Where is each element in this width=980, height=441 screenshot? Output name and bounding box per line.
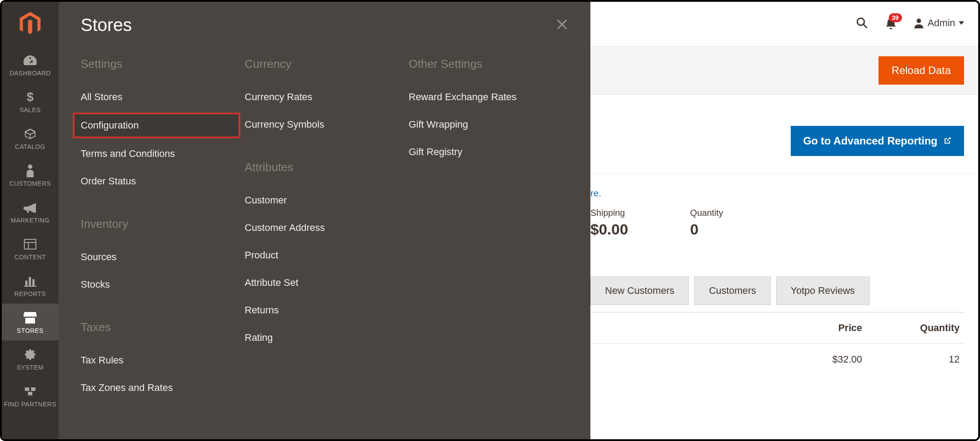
flyout-heading-inventory: Inventory	[81, 217, 240, 231]
cell-price: $32.00	[809, 354, 862, 365]
flyout-link-currency-rates[interactable]: Currency Rates	[237, 85, 404, 109]
flyout-link-order-status[interactable]: Order Status	[73, 169, 240, 193]
sidebar-item-dashboard[interactable]: DASHBOARD	[2, 46, 59, 83]
sidebar-item-content[interactable]: CONTENT	[2, 230, 59, 267]
storefront-icon	[2, 311, 59, 325]
metric-shipping: Shipping $0.00	[590, 208, 628, 238]
go-to-advanced-reporting-button[interactable]: Go to Advanced Reporting	[791, 126, 964, 156]
data-table: Price Quantity $32.00 12	[590, 312, 964, 375]
flyout-link-gift-wrapping[interactable]: Gift Wrapping	[401, 113, 568, 137]
sidebar-label: CUSTOMERS	[9, 180, 51, 187]
sidebar-item-find-partners[interactable]: FIND PARTNERS	[2, 377, 59, 414]
magento-logo[interactable]	[2, 2, 59, 46]
metric-value: $0.00	[590, 221, 628, 238]
flyout-link-attr-set[interactable]: Attribute Set	[237, 271, 404, 295]
metric-quantity: Quantity 0	[690, 208, 723, 238]
svg-point-14	[917, 19, 921, 23]
flyout-heading-other: Other Settings	[409, 57, 568, 71]
svg-rect-5	[25, 281, 27, 286]
sidebar-label: CATALOG	[15, 143, 45, 150]
svg-point-12	[857, 18, 864, 25]
admin-label: Admin	[928, 17, 955, 29]
sidebar-item-reports[interactable]: REPORTS	[2, 267, 59, 304]
flyout-link-tax-rules[interactable]: Tax Rules	[73, 348, 240, 372]
sidebar-item-system[interactable]: SYSTEM	[2, 340, 59, 377]
sidebar-item-customers[interactable]: CUSTOMERS	[2, 156, 59, 193]
flyout-title: Stores	[81, 15, 132, 35]
flyout-link-stocks[interactable]: Stocks	[73, 273, 240, 297]
adv-reporting-button-label: Go to Advanced Reporting	[803, 135, 937, 147]
magento-logo-icon	[20, 12, 41, 36]
svg-rect-9	[25, 387, 29, 391]
flyout-link-attr-returns[interactable]: Returns	[237, 298, 404, 322]
gear-icon	[2, 347, 59, 362]
admin-account-dropdown[interactable]: Admin	[914, 17, 964, 29]
search-button[interactable]	[856, 17, 868, 29]
sidebar-item-sales[interactable]: $ SALES	[2, 83, 59, 120]
sidebar-label: FIND PARTNERS	[4, 401, 56, 408]
flyout-link-attr-rating[interactable]: Rating	[237, 326, 404, 350]
col-quantity: Quantity	[906, 322, 960, 334]
sidebar-label: SYSTEM	[17, 364, 44, 371]
svg-rect-6	[29, 277, 31, 286]
reload-data-button[interactable]: Reload Data	[878, 56, 964, 85]
dashboard-tabs: New Customers Customers Yotpo Reviews	[590, 277, 870, 305]
tab-customers[interactable]: Customers	[694, 277, 770, 305]
sidebar-item-stores[interactable]: STORES	[2, 304, 59, 340]
tab-new-customers[interactable]: New Customers	[590, 277, 689, 305]
tab-yotpo-reviews[interactable]: Yotpo Reviews	[776, 277, 870, 305]
flyout-heading-taxes: Taxes	[81, 320, 240, 334]
svg-line-13	[863, 24, 867, 28]
metric-label: Shipping	[590, 208, 628, 218]
flyout-heading-currency: Currency	[245, 57, 404, 71]
notifications-button[interactable]: 39	[885, 17, 897, 29]
flyout-link-attr-product[interactable]: Product	[237, 243, 404, 267]
sidebar-label: SALES	[20, 106, 41, 113]
table-header: Price Quantity	[590, 312, 964, 344]
svg-rect-7	[32, 279, 35, 286]
flyout-link-sources[interactable]: Sources	[73, 245, 240, 269]
flyout-link-gift-registry[interactable]: Gift Registry	[401, 140, 568, 164]
blocks-icon	[2, 384, 59, 398]
user-icon	[914, 18, 924, 28]
svg-point-1	[28, 164, 32, 169]
sidebar-label: CONTENT	[14, 254, 46, 261]
topbar: 39 Admin	[856, 10, 964, 36]
flyout-link-attr-customer[interactable]: Customer	[237, 188, 404, 212]
megaphone-icon	[2, 200, 59, 215]
external-link-icon	[943, 137, 952, 145]
flyout-link-currency-symbols[interactable]: Currency Symbols	[237, 113, 404, 137]
svg-rect-8	[24, 286, 36, 287]
flyout-col-1: Settings All Stores Configuration Terms …	[81, 57, 240, 403]
svg-rect-11	[28, 392, 32, 395]
svg-text:$: $	[27, 90, 34, 104]
chart-bars-icon	[2, 274, 59, 288]
flyout-link-tax-zones[interactable]: Tax Zones and Rates	[73, 376, 240, 400]
chevron-down-icon	[959, 21, 964, 25]
stores-flyout-panel: Stores Settings All Stores Configuration…	[59, 2, 590, 439]
sidebar-item-marketing[interactable]: MARKETING	[2, 193, 59, 230]
notification-badge: 39	[889, 13, 902, 22]
sidebar-label: DASHBOARD	[9, 70, 51, 77]
flyout-link-attr-customer-address[interactable]: Customer Address	[237, 216, 404, 240]
sidebar-item-catalog[interactable]: CATALOG	[2, 120, 59, 156]
flyout-link-terms[interactable]: Terms and Conditions	[73, 142, 240, 166]
col-price: Price	[809, 322, 862, 334]
flyout-col-3: Other Settings Reward Exchange Rates Gif…	[409, 57, 568, 403]
link-fragment[interactable]: re.	[590, 188, 601, 199]
admin-sidebar: DASHBOARD $ SALES CATALOG CUSTOMERS MARK…	[2, 2, 59, 439]
flyout-link-reward-rates[interactable]: Reward Exchange Rates	[401, 85, 568, 109]
sidebar-label: REPORTS	[15, 290, 46, 297]
flyout-heading-attributes: Attributes	[245, 160, 404, 174]
cell-quantity: 12	[906, 354, 960, 365]
svg-rect-2	[24, 239, 36, 249]
gauge-icon	[2, 53, 59, 67]
flyout-link-all-stores[interactable]: All Stores	[73, 85, 240, 109]
sidebar-label: STORES	[17, 327, 43, 334]
sidebar-label: MARKETING	[11, 217, 50, 224]
flyout-link-configuration[interactable]: Configuration	[73, 113, 240, 138]
flyout-header: Stores	[81, 15, 568, 35]
close-flyout-button[interactable]	[556, 18, 568, 33]
dollar-icon: $	[2, 90, 59, 104]
flyout-col-2: Currency Currency Rates Currency Symbols…	[245, 57, 404, 403]
